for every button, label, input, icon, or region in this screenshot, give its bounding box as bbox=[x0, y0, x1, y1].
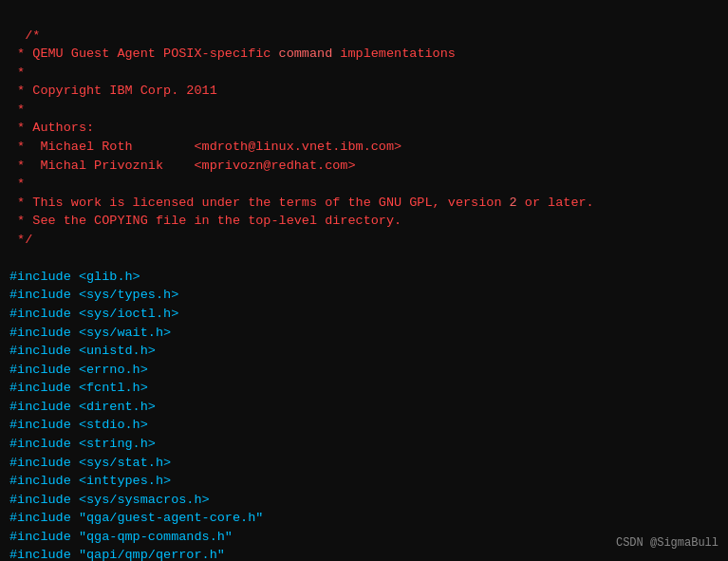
include-qapi-qmp-qerror: #include bbox=[9, 548, 71, 561]
include-qga-qmp-commands: #include bbox=[9, 530, 71, 544]
include-unistd: #include bbox=[9, 344, 71, 358]
include-sys-ioctl: #include bbox=[9, 307, 71, 321]
comment-line-1: /* * QEMU Guest Agent POSIX-specific com… bbox=[9, 28, 594, 247]
include-string: #include bbox=[9, 437, 71, 451]
include-dirent: #include bbox=[9, 400, 71, 414]
code-editor: /* * QEMU Guest Agent POSIX-specific com… bbox=[9, 8, 719, 561]
include-fcntl: #include bbox=[9, 381, 71, 395]
include-guest-agent-core: #include bbox=[9, 511, 71, 525]
watermark: CSDN @SigmaBull bbox=[616, 535, 719, 552]
include-sys-types: #include bbox=[9, 288, 71, 302]
include-errno: #include bbox=[9, 363, 71, 377]
include-inttypes: #include bbox=[9, 474, 71, 488]
include-glib: #include bbox=[9, 270, 71, 284]
include-stdio: #include bbox=[9, 418, 71, 432]
include-sys-stat: #include bbox=[9, 456, 71, 470]
include-sys-sysmacros: #include bbox=[9, 493, 71, 507]
include-sys-wait: #include bbox=[9, 326, 71, 340]
